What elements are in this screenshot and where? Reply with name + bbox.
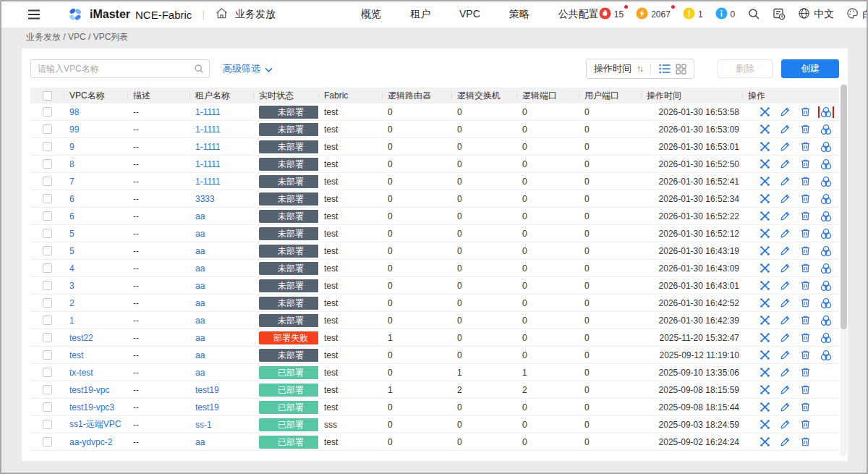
row-checkbox[interactable] <box>30 194 64 203</box>
cloverleaf-icon[interactable] <box>820 245 832 257</box>
crossed-arrows-icon[interactable] <box>760 158 770 169</box>
edit-icon[interactable] <box>780 280 791 291</box>
delete-icon[interactable] <box>800 158 811 169</box>
row-checkbox[interactable] <box>30 316 64 325</box>
tenant-name-link[interactable]: 1-1111 <box>190 124 253 135</box>
minor-alarm[interactable]: 1 <box>683 7 703 22</box>
list-view-icon[interactable] <box>659 64 671 74</box>
vpc-name-link[interactable]: 5 <box>64 229 127 239</box>
crossed-arrows-icon[interactable] <box>760 384 770 395</box>
delete-button[interactable]: 删除 <box>718 59 773 78</box>
delete-icon[interactable] <box>800 384 811 395</box>
critical-alarm[interactable]: 15 <box>599 7 624 22</box>
tenant-name-link[interactable]: aa <box>190 211 253 221</box>
crossed-arrows-icon[interactable] <box>760 367 770 378</box>
tenant-name-link[interactable]: 3333 <box>190 194 253 204</box>
crossed-arrows-icon[interactable] <box>760 402 770 412</box>
major-alarm[interactable]: 2067 <box>636 7 671 22</box>
hamburger-icon[interactable] <box>27 9 41 20</box>
edit-icon[interactable] <box>780 211 791 221</box>
edit-icon[interactable] <box>780 124 791 135</box>
sort-arrows-icon[interactable]: ↑↓ <box>637 64 642 74</box>
tenant-name-link[interactable]: 1-1111 <box>190 107 253 117</box>
row-checkbox[interactable] <box>30 107 64 117</box>
tenant-name-link[interactable]: aa <box>190 281 253 291</box>
row-checkbox[interactable] <box>30 298 64 308</box>
cloverleaf-icon[interactable] <box>820 228 832 240</box>
advanced-filter-toggle[interactable]: 高级筛选 <box>223 62 273 75</box>
edit-icon[interactable] <box>780 158 791 169</box>
cloverleaf-icon[interactable] <box>820 176 832 187</box>
tenant-name-link[interactable]: test19 <box>190 385 253 395</box>
delete-icon[interactable] <box>800 280 811 291</box>
crossed-arrows-icon[interactable] <box>760 332 770 343</box>
edit-icon[interactable] <box>780 315 791 326</box>
delete-icon[interactable] <box>800 315 811 326</box>
crossed-arrows-icon[interactable] <box>760 124 770 135</box>
delete-icon[interactable] <box>800 106 811 117</box>
delete-icon[interactable] <box>800 402 811 412</box>
cloverleaf-icon[interactable] <box>820 141 832 153</box>
vpc-name-link[interactable]: 98 <box>64 107 127 117</box>
theme-switch[interactable]: 白天 <box>846 7 868 22</box>
edit-icon[interactable] <box>780 367 791 378</box>
delete-icon[interactable] <box>800 263 811 274</box>
delete-icon[interactable] <box>800 245 811 256</box>
tenant-name-link[interactable]: aa <box>190 298 253 308</box>
cloverleaf-icon[interactable] <box>820 211 832 222</box>
delete-icon[interactable] <box>800 228 811 239</box>
vpc-name-link[interactable]: 5 <box>64 246 127 256</box>
nav-item-overview[interactable]: 概览 <box>361 8 381 21</box>
row-checkbox[interactable] <box>30 177 64 186</box>
edit-icon[interactable] <box>780 193 791 204</box>
row-checkbox[interactable] <box>30 229 64 238</box>
scrollbar-thumb[interactable] <box>841 85 847 329</box>
nav-item-common-config[interactable]: 公共配置 <box>558 8 599 21</box>
tenant-name-link[interactable]: aa <box>190 229 253 239</box>
delete-icon[interactable] <box>800 141 811 152</box>
tenant-name-link[interactable]: aa <box>190 246 253 256</box>
delete-icon[interactable] <box>800 332 811 343</box>
edit-icon[interactable] <box>780 436 791 447</box>
delete-icon[interactable] <box>800 193 811 204</box>
create-button[interactable]: 创建 <box>781 59 839 78</box>
global-search[interactable] <box>747 7 760 22</box>
crossed-arrows-icon[interactable] <box>760 193 770 204</box>
row-checkbox[interactable] <box>30 368 64 377</box>
nav-item-tenant[interactable]: 租户 <box>410 8 430 21</box>
crossed-arrows-icon[interactable] <box>760 350 770 360</box>
card-view-icon[interactable] <box>676 64 686 75</box>
crossed-arrows-icon[interactable] <box>760 263 770 274</box>
vpc-name-link[interactable]: 9 <box>64 142 127 152</box>
vertical-scrollbar[interactable] <box>841 83 847 457</box>
edit-icon[interactable] <box>780 263 791 274</box>
tenant-name-link[interactable]: 1-1111 <box>190 142 253 152</box>
vpc-name-link[interactable]: 6 <box>64 194 127 204</box>
nav-item-vpc[interactable]: VPC <box>459 8 480 21</box>
crossed-arrows-icon[interactable] <box>760 228 770 239</box>
crossed-arrows-icon[interactable] <box>760 141 770 152</box>
edit-icon[interactable] <box>780 106 791 117</box>
tenant-name-link[interactable]: ss-1 <box>190 420 253 430</box>
row-checkbox[interactable] <box>30 333 64 342</box>
crossed-arrows-icon[interactable] <box>760 211 770 221</box>
edit-icon[interactable] <box>780 384 791 395</box>
vpc-name-link[interactable]: 99 <box>64 124 127 135</box>
language-switch[interactable]: 中文 <box>798 7 834 22</box>
crossed-arrows-icon[interactable] <box>760 419 770 430</box>
row-checkbox[interactable] <box>30 246 64 255</box>
edit-icon[interactable] <box>780 228 791 239</box>
edit-icon[interactable] <box>780 402 791 412</box>
delete-icon[interactable] <box>800 436 811 447</box>
tenant-name-link[interactable]: aa <box>190 368 253 378</box>
tenant-name-link[interactable]: test19 <box>190 402 253 412</box>
search-icon[interactable] <box>194 64 204 77</box>
delete-icon[interactable] <box>800 350 811 360</box>
row-checkbox[interactable] <box>30 142 64 151</box>
edit-icon[interactable] <box>780 176 791 187</box>
crossed-arrows-icon[interactable] <box>760 106 770 117</box>
nav-item-policy[interactable]: 策略 <box>509 8 529 21</box>
delete-icon[interactable] <box>800 367 811 378</box>
crossed-arrows-icon[interactable] <box>760 245 770 256</box>
crossed-arrows-icon[interactable] <box>760 436 770 447</box>
